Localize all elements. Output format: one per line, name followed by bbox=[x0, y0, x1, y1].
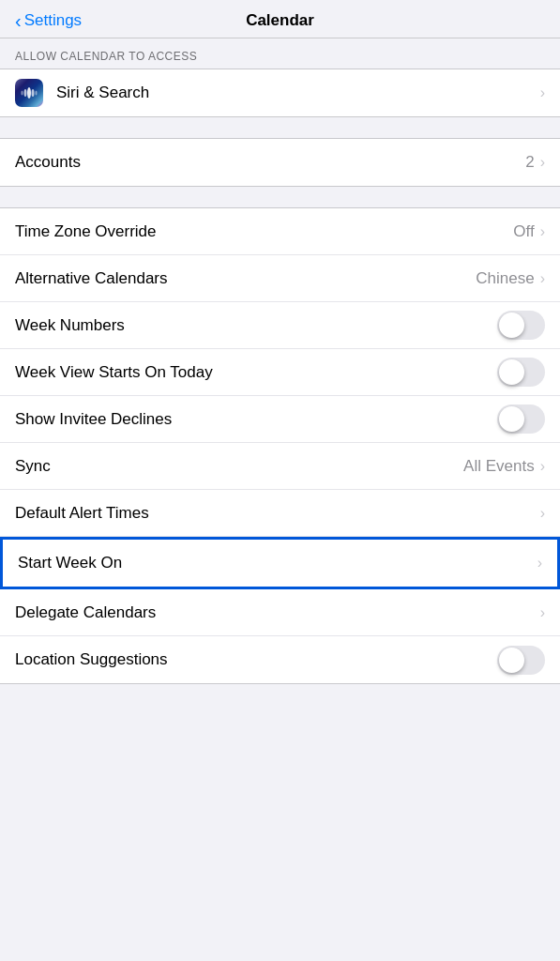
show-invitee-declines-label: Show Invitee Declines bbox=[15, 410, 497, 429]
location-suggestions-row[interactable]: Location Suggestions bbox=[0, 636, 560, 683]
page-title: Calendar bbox=[246, 11, 314, 30]
week-view-starts-row[interactable]: Week View Starts On Today bbox=[0, 349, 560, 396]
location-suggestions-toggle-knob bbox=[499, 648, 524, 673]
location-suggestions-toggle[interactable] bbox=[497, 646, 545, 675]
show-invitee-declines-toggle[interactable] bbox=[497, 404, 545, 434]
week-numbers-toggle[interactable] bbox=[497, 311, 545, 340]
accounts-value: 2 bbox=[525, 153, 534, 172]
siri-search-row[interactable]: Siri & Search › bbox=[0, 69, 560, 116]
week-view-starts-toggle-knob bbox=[499, 359, 524, 385]
default-alert-times-row[interactable]: Default Alert Times › bbox=[0, 490, 560, 537]
svg-point-3 bbox=[22, 91, 23, 96]
alternative-calendars-row[interactable]: Alternative Calendars Chinese › bbox=[0, 255, 560, 302]
siri-search-label: Siri & Search bbox=[56, 84, 540, 102]
accounts-label: Accounts bbox=[15, 153, 525, 172]
spacer-2 bbox=[0, 187, 560, 207]
sync-value: All Events bbox=[463, 457, 535, 476]
main-settings-group: Time Zone Override Off › Alternative Cal… bbox=[0, 207, 560, 684]
start-week-on-chevron-icon: › bbox=[537, 556, 542, 571]
sync-chevron-icon: › bbox=[540, 459, 545, 474]
start-week-on-row[interactable]: Start Week On › bbox=[3, 540, 557, 587]
sync-row[interactable]: Sync All Events › bbox=[0, 443, 560, 490]
alternative-calendars-value: Chinese bbox=[476, 269, 534, 288]
section-header: ALLOW CALENDAR TO ACCESS bbox=[0, 38, 560, 69]
default-alert-times-label: Default Alert Times bbox=[15, 504, 540, 523]
siri-group: Siri & Search › bbox=[0, 69, 560, 117]
back-label: Settings bbox=[24, 11, 82, 30]
time-zone-override-chevron-icon: › bbox=[540, 224, 545, 239]
time-zone-override-label: Time Zone Override bbox=[15, 222, 513, 241]
delegate-calendars-row[interactable]: Delegate Calendars › bbox=[0, 589, 560, 636]
start-week-on-label: Start Week On bbox=[18, 554, 537, 572]
accounts-chevron-icon: › bbox=[540, 155, 545, 170]
show-invitee-declines-toggle-knob bbox=[499, 406, 524, 432]
week-numbers-row[interactable]: Week Numbers bbox=[0, 302, 560, 349]
siri-icon bbox=[15, 79, 43, 107]
week-numbers-toggle-knob bbox=[499, 313, 524, 338]
svg-point-2 bbox=[32, 89, 35, 97]
sync-label: Sync bbox=[15, 457, 463, 476]
default-alert-times-chevron-icon: › bbox=[540, 506, 545, 521]
siri-search-chevron-icon: › bbox=[540, 85, 545, 100]
show-invitee-declines-row[interactable]: Show Invitee Declines bbox=[0, 396, 560, 443]
time-zone-override-row[interactable]: Time Zone Override Off › bbox=[0, 208, 560, 255]
start-week-on-highlight: Start Week On › bbox=[0, 537, 560, 589]
time-zone-override-value: Off bbox=[513, 222, 534, 241]
alternative-calendars-chevron-icon: › bbox=[540, 271, 545, 286]
delegate-calendars-label: Delegate Calendars bbox=[15, 603, 540, 622]
back-button[interactable]: ‹ Settings bbox=[15, 11, 82, 30]
week-view-starts-toggle[interactable] bbox=[497, 358, 545, 387]
svg-point-1 bbox=[24, 89, 27, 97]
spacer-1 bbox=[0, 117, 560, 138]
svg-point-0 bbox=[27, 87, 31, 99]
back-chevron-icon: ‹ bbox=[15, 11, 22, 30]
nav-bar: ‹ Settings Calendar bbox=[0, 0, 560, 38]
location-suggestions-label: Location Suggestions bbox=[15, 650, 497, 669]
accounts-group: Accounts 2 › bbox=[0, 138, 560, 187]
week-numbers-label: Week Numbers bbox=[15, 316, 497, 335]
accounts-row[interactable]: Accounts 2 › bbox=[0, 139, 560, 186]
alternative-calendars-label: Alternative Calendars bbox=[15, 269, 476, 288]
svg-point-4 bbox=[36, 91, 38, 96]
delegate-calendars-chevron-icon: › bbox=[540, 605, 545, 620]
week-view-starts-label: Week View Starts On Today bbox=[15, 363, 497, 382]
